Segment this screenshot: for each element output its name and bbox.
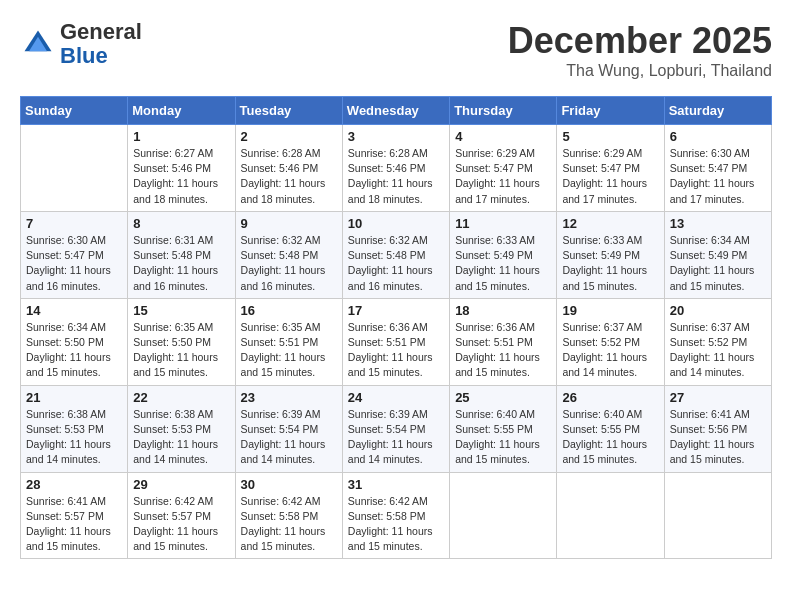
- day-number: 6: [670, 129, 766, 144]
- day-number: 4: [455, 129, 551, 144]
- day-info: Sunrise: 6:28 AM Sunset: 5:46 PM Dayligh…: [348, 146, 444, 207]
- day-info: Sunrise: 6:34 AM Sunset: 5:50 PM Dayligh…: [26, 320, 122, 381]
- calendar-cell: 6Sunrise: 6:30 AM Sunset: 5:47 PM Daylig…: [664, 125, 771, 212]
- day-info: Sunrise: 6:40 AM Sunset: 5:55 PM Dayligh…: [562, 407, 658, 468]
- calendar-cell: 14Sunrise: 6:34 AM Sunset: 5:50 PM Dayli…: [21, 298, 128, 385]
- day-info: Sunrise: 6:42 AM Sunset: 5:58 PM Dayligh…: [241, 494, 337, 555]
- day-info: Sunrise: 6:28 AM Sunset: 5:46 PM Dayligh…: [241, 146, 337, 207]
- calendar-cell: 1Sunrise: 6:27 AM Sunset: 5:46 PM Daylig…: [128, 125, 235, 212]
- day-number: 8: [133, 216, 229, 231]
- calendar-cell: 8Sunrise: 6:31 AM Sunset: 5:48 PM Daylig…: [128, 211, 235, 298]
- day-number: 5: [562, 129, 658, 144]
- day-info: Sunrise: 6:36 AM Sunset: 5:51 PM Dayligh…: [455, 320, 551, 381]
- calendar-cell: 16Sunrise: 6:35 AM Sunset: 5:51 PM Dayli…: [235, 298, 342, 385]
- logo-text: General Blue: [60, 20, 142, 68]
- calendar-body: 1Sunrise: 6:27 AM Sunset: 5:46 PM Daylig…: [21, 125, 772, 559]
- calendar-cell: 21Sunrise: 6:38 AM Sunset: 5:53 PM Dayli…: [21, 385, 128, 472]
- day-info: Sunrise: 6:42 AM Sunset: 5:58 PM Dayligh…: [348, 494, 444, 555]
- day-number: 11: [455, 216, 551, 231]
- month-title: December 2025: [508, 20, 772, 62]
- day-number: 13: [670, 216, 766, 231]
- day-number: 21: [26, 390, 122, 405]
- day-number: 22: [133, 390, 229, 405]
- calendar-cell: 2Sunrise: 6:28 AM Sunset: 5:46 PM Daylig…: [235, 125, 342, 212]
- day-number: 7: [26, 216, 122, 231]
- day-info: Sunrise: 6:31 AM Sunset: 5:48 PM Dayligh…: [133, 233, 229, 294]
- day-info: Sunrise: 6:35 AM Sunset: 5:51 PM Dayligh…: [241, 320, 337, 381]
- day-number: 12: [562, 216, 658, 231]
- week-row-3: 14Sunrise: 6:34 AM Sunset: 5:50 PM Dayli…: [21, 298, 772, 385]
- day-info: Sunrise: 6:41 AM Sunset: 5:57 PM Dayligh…: [26, 494, 122, 555]
- calendar-cell: 7Sunrise: 6:30 AM Sunset: 5:47 PM Daylig…: [21, 211, 128, 298]
- day-number: 2: [241, 129, 337, 144]
- logo: General Blue: [20, 20, 142, 68]
- day-number: 17: [348, 303, 444, 318]
- day-info: Sunrise: 6:36 AM Sunset: 5:51 PM Dayligh…: [348, 320, 444, 381]
- calendar-cell: 28Sunrise: 6:41 AM Sunset: 5:57 PM Dayli…: [21, 472, 128, 559]
- day-number: 14: [26, 303, 122, 318]
- calendar-cell: 29Sunrise: 6:42 AM Sunset: 5:57 PM Dayli…: [128, 472, 235, 559]
- calendar-cell: 4Sunrise: 6:29 AM Sunset: 5:47 PM Daylig…: [450, 125, 557, 212]
- calendar-cell: 13Sunrise: 6:34 AM Sunset: 5:49 PM Dayli…: [664, 211, 771, 298]
- day-info: Sunrise: 6:29 AM Sunset: 5:47 PM Dayligh…: [455, 146, 551, 207]
- calendar-cell: 18Sunrise: 6:36 AM Sunset: 5:51 PM Dayli…: [450, 298, 557, 385]
- weekday-header-wednesday: Wednesday: [342, 97, 449, 125]
- page-header: General Blue December 2025 Tha Wung, Lop…: [20, 20, 772, 80]
- weekday-header-sunday: Sunday: [21, 97, 128, 125]
- day-info: Sunrise: 6:32 AM Sunset: 5:48 PM Dayligh…: [348, 233, 444, 294]
- calendar-cell: 17Sunrise: 6:36 AM Sunset: 5:51 PM Dayli…: [342, 298, 449, 385]
- day-number: 3: [348, 129, 444, 144]
- day-info: Sunrise: 6:29 AM Sunset: 5:47 PM Dayligh…: [562, 146, 658, 207]
- day-info: Sunrise: 6:37 AM Sunset: 5:52 PM Dayligh…: [670, 320, 766, 381]
- day-number: 15: [133, 303, 229, 318]
- day-number: 29: [133, 477, 229, 492]
- weekday-header-friday: Friday: [557, 97, 664, 125]
- day-info: Sunrise: 6:40 AM Sunset: 5:55 PM Dayligh…: [455, 407, 551, 468]
- day-info: Sunrise: 6:33 AM Sunset: 5:49 PM Dayligh…: [455, 233, 551, 294]
- day-number: 1: [133, 129, 229, 144]
- day-info: Sunrise: 6:32 AM Sunset: 5:48 PM Dayligh…: [241, 233, 337, 294]
- calendar-cell: [450, 472, 557, 559]
- day-number: 26: [562, 390, 658, 405]
- weekday-header-thursday: Thursday: [450, 97, 557, 125]
- calendar-cell: 5Sunrise: 6:29 AM Sunset: 5:47 PM Daylig…: [557, 125, 664, 212]
- calendar-cell: 9Sunrise: 6:32 AM Sunset: 5:48 PM Daylig…: [235, 211, 342, 298]
- day-number: 19: [562, 303, 658, 318]
- day-number: 24: [348, 390, 444, 405]
- day-info: Sunrise: 6:30 AM Sunset: 5:47 PM Dayligh…: [26, 233, 122, 294]
- day-info: Sunrise: 6:33 AM Sunset: 5:49 PM Dayligh…: [562, 233, 658, 294]
- day-info: Sunrise: 6:35 AM Sunset: 5:50 PM Dayligh…: [133, 320, 229, 381]
- calendar-header: SundayMondayTuesdayWednesdayThursdayFrid…: [21, 97, 772, 125]
- calendar-cell: 26Sunrise: 6:40 AM Sunset: 5:55 PM Dayli…: [557, 385, 664, 472]
- weekday-header-tuesday: Tuesday: [235, 97, 342, 125]
- calendar-cell: 19Sunrise: 6:37 AM Sunset: 5:52 PM Dayli…: [557, 298, 664, 385]
- calendar-cell: 23Sunrise: 6:39 AM Sunset: 5:54 PM Dayli…: [235, 385, 342, 472]
- day-number: 18: [455, 303, 551, 318]
- day-number: 27: [670, 390, 766, 405]
- day-number: 23: [241, 390, 337, 405]
- calendar-cell: 25Sunrise: 6:40 AM Sunset: 5:55 PM Dayli…: [450, 385, 557, 472]
- week-row-2: 7Sunrise: 6:30 AM Sunset: 5:47 PM Daylig…: [21, 211, 772, 298]
- weekday-header-saturday: Saturday: [664, 97, 771, 125]
- day-info: Sunrise: 6:38 AM Sunset: 5:53 PM Dayligh…: [26, 407, 122, 468]
- day-info: Sunrise: 6:34 AM Sunset: 5:49 PM Dayligh…: [670, 233, 766, 294]
- day-info: Sunrise: 6:37 AM Sunset: 5:52 PM Dayligh…: [562, 320, 658, 381]
- calendar-cell: 31Sunrise: 6:42 AM Sunset: 5:58 PM Dayli…: [342, 472, 449, 559]
- week-row-4: 21Sunrise: 6:38 AM Sunset: 5:53 PM Dayli…: [21, 385, 772, 472]
- day-info: Sunrise: 6:39 AM Sunset: 5:54 PM Dayligh…: [348, 407, 444, 468]
- day-info: Sunrise: 6:41 AM Sunset: 5:56 PM Dayligh…: [670, 407, 766, 468]
- calendar-cell: 20Sunrise: 6:37 AM Sunset: 5:52 PM Dayli…: [664, 298, 771, 385]
- day-info: Sunrise: 6:38 AM Sunset: 5:53 PM Dayligh…: [133, 407, 229, 468]
- location-subtitle: Tha Wung, Lopburi, Thailand: [508, 62, 772, 80]
- calendar-cell: 11Sunrise: 6:33 AM Sunset: 5:49 PM Dayli…: [450, 211, 557, 298]
- calendar-cell: 10Sunrise: 6:32 AM Sunset: 5:48 PM Dayli…: [342, 211, 449, 298]
- calendar-cell: [21, 125, 128, 212]
- title-block: December 2025 Tha Wung, Lopburi, Thailan…: [508, 20, 772, 80]
- day-number: 20: [670, 303, 766, 318]
- day-number: 10: [348, 216, 444, 231]
- calendar-cell: 27Sunrise: 6:41 AM Sunset: 5:56 PM Dayli…: [664, 385, 771, 472]
- day-number: 28: [26, 477, 122, 492]
- day-number: 31: [348, 477, 444, 492]
- day-info: Sunrise: 6:39 AM Sunset: 5:54 PM Dayligh…: [241, 407, 337, 468]
- calendar-cell: 24Sunrise: 6:39 AM Sunset: 5:54 PM Dayli…: [342, 385, 449, 472]
